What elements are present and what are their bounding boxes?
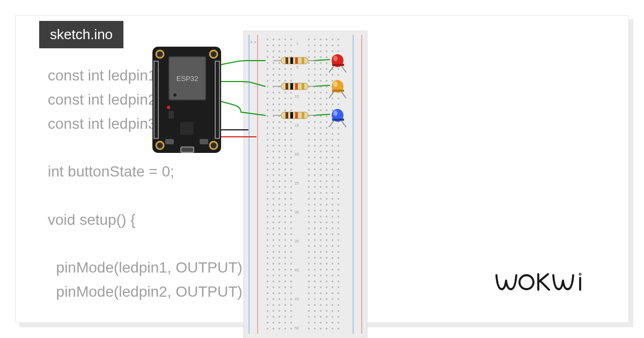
svg-point-59 (156, 50, 164, 58)
svg-rect-30 (286, 83, 288, 90)
svg-rect-31 (290, 83, 293, 90)
project-card: sketch.ino const int ledpin1 = 22; const… (15, 15, 629, 323)
breadboard[interactable]: 1 5 10 15 20 25 30 35 40 45 50 (244, 31, 367, 338)
svg-rect-50 (332, 90, 344, 92)
svg-rect-38 (290, 112, 293, 119)
yellow-led (329, 80, 346, 98)
file-tab[interactable]: sketch.ino (39, 21, 123, 48)
svg-line-46 (329, 66, 334, 72)
svg-rect-25 (295, 57, 298, 64)
svg-rect-32 (295, 83, 298, 90)
svg-text:15: 15 (295, 123, 299, 127)
code-editor[interactable]: const int ledpin1 = 22; const int ledpin… (48, 64, 246, 304)
file-tab-label: sketch.ino (50, 26, 113, 42)
code-line: int buttonState = 0; (48, 163, 174, 180)
resistor-3 (273, 112, 316, 119)
svg-rect-9 (308, 37, 340, 332)
svg-rect-23 (286, 57, 288, 64)
svg-point-48 (332, 80, 343, 93)
svg-rect-39 (295, 112, 298, 119)
svg-text:25: 25 (295, 181, 299, 185)
svg-rect-37 (286, 112, 288, 119)
leds[interactable] (329, 54, 346, 127)
svg-point-53 (332, 109, 343, 122)
svg-text:50: 50 (295, 326, 299, 330)
blue-led (329, 109, 346, 127)
svg-text:5: 5 (296, 65, 298, 69)
resistor-2 (273, 83, 316, 90)
svg-text:40: 40 (295, 268, 299, 272)
svg-point-78 (580, 274, 580, 274)
svg-rect-26 (302, 57, 304, 64)
svg-point-60 (210, 50, 217, 58)
resistors[interactable] (273, 57, 316, 119)
svg-rect-22 (281, 57, 308, 64)
svg-rect-29 (281, 83, 308, 90)
code-line: const int ledpin1 = 22; (48, 67, 194, 84)
code-line: pinMode(ledpin2, OUTPUT); (48, 283, 246, 300)
svg-rect-40 (302, 112, 304, 119)
svg-rect-45 (332, 64, 344, 66)
svg-text:20: 20 (295, 152, 299, 156)
svg-rect-24 (290, 57, 293, 64)
svg-point-54 (333, 111, 338, 116)
svg-rect-5 (251, 41, 252, 43)
svg-text:45: 45 (295, 297, 299, 301)
svg-text:1: 1 (296, 41, 298, 45)
svg-line-57 (341, 121, 346, 127)
svg-point-77 (519, 275, 533, 289)
svg-rect-7 (263, 37, 295, 332)
svg-rect-6 (254, 41, 256, 43)
code-line: const int ledpin3 = 5; (48, 115, 186, 132)
svg-rect-55 (332, 119, 344, 121)
svg-text:10: 10 (295, 94, 299, 98)
code-line: void setup() { (48, 211, 135, 228)
svg-rect-36 (281, 112, 308, 119)
svg-point-49 (333, 82, 338, 87)
code-line: const int ledpin2 = 21; (48, 91, 194, 108)
svg-point-43 (332, 54, 343, 67)
resistor-1 (273, 57, 316, 64)
svg-rect-33 (302, 83, 304, 90)
wokwi-logo-svg (494, 270, 602, 296)
svg-point-44 (333, 56, 338, 61)
wokwi-logo (494, 270, 602, 301)
svg-line-52 (341, 92, 346, 98)
svg-rect-0 (244, 31, 367, 338)
svg-line-56 (329, 121, 334, 127)
svg-line-47 (341, 66, 346, 72)
svg-text:35: 35 (295, 239, 299, 243)
svg-rect-8 (298, 37, 305, 332)
svg-line-51 (329, 92, 334, 98)
red-led (329, 54, 346, 72)
code-line: pinMode(ledpin1, OUTPUT); (48, 259, 246, 276)
svg-text:30: 30 (295, 210, 299, 214)
